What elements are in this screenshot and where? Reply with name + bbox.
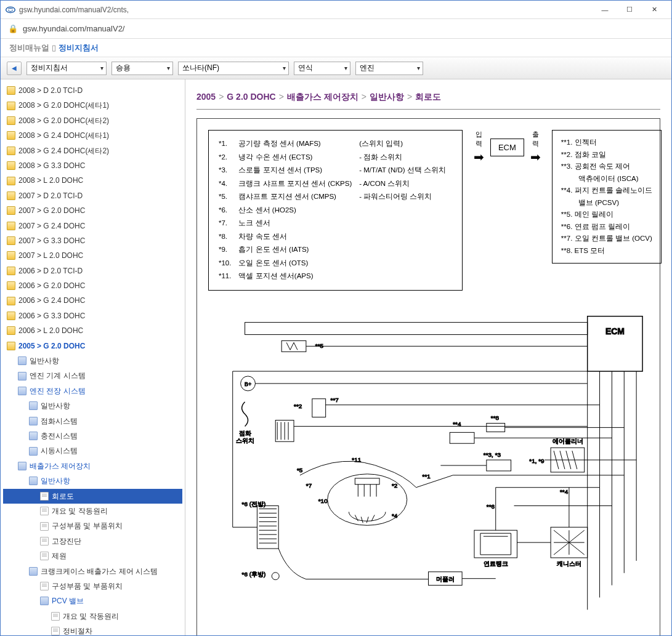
folder-icon: [7, 267, 15, 275]
tree-item[interactable]: 2008 > G 2.0 DOHC(세타2): [3, 113, 182, 128]
tree-item[interactable]: 2008 > G 2.4 DOHC(세타2): [3, 143, 182, 158]
svg-text:**8: **8: [491, 415, 500, 422]
tree-item[interactable]: 2008 > D 2.0 TCI-D: [3, 83, 182, 98]
ecm-box: ECM: [490, 139, 524, 156]
tree-item[interactable]: 2008 > G 2.4 DOHC(세타1): [3, 128, 182, 143]
folder-icon: [7, 116, 15, 125]
tree-item[interactable]: 2008 > G 3.3 DOHC: [3, 158, 182, 173]
tree-item[interactable]: 회로도: [3, 489, 182, 504]
tree-item[interactable]: 구성부품 및 부품위치: [3, 579, 182, 594]
legend-line: **2. 점화 코일: [561, 149, 652, 161]
tree-item-label: 배출가스 제어장치: [30, 460, 91, 472]
tree-item[interactable]: 일반사항: [3, 398, 182, 413]
tree-item[interactable]: 일반사항: [3, 473, 182, 488]
tree-item-label: 2008 > G 2.4 DOHC(세타2): [18, 145, 109, 157]
address-text: gsw.hyundai.com/manualV2/: [23, 24, 124, 33]
maximize-button[interactable]: ☐: [617, 1, 642, 18]
body: 2008 > D 2.0 TCI-D2008 > G 2.0 DOHC(세타1)…: [1, 79, 671, 635]
circuit-schematic: ECM **5 B+ 점화 스위치 **2: [208, 303, 649, 623]
year-select[interactable]: 연식: [294, 62, 350, 75]
tree-item[interactable]: 크랭크케이스 배출가스 제어 시스템: [3, 564, 182, 579]
tree-item[interactable]: 충전시스템: [3, 429, 182, 443]
legend-cell: [359, 204, 452, 217]
minimize-button[interactable]: —: [593, 1, 617, 18]
breadcrumb-segment[interactable]: 일반사항: [370, 92, 404, 102]
output-label: 출력: [530, 130, 541, 148]
tree-item[interactable]: 2006 > G 2.0 DOHC: [3, 278, 182, 293]
svg-text:**1: **1: [423, 473, 431, 480]
lock-icon: 🔒: [8, 24, 18, 33]
content-pane[interactable]: 2005>G 2.0 DOHC>배출가스 제어장치>일반사항>회로도 *1.공기…: [185, 79, 671, 635]
breadcrumb-segment[interactable]: 배출가스 제어장치: [287, 92, 358, 102]
model-select[interactable]: 쏘나타(NF): [178, 62, 289, 75]
tree-item[interactable]: 구성부품 및 부품위치: [3, 518, 182, 533]
breadcrumb-segment[interactable]: 회로도: [415, 92, 441, 102]
tree-item[interactable]: 2007 > G 2.0 DOHC: [3, 203, 182, 218]
legend-line: **1. 인젝터: [561, 137, 652, 149]
legend-cell: (스위치 입력): [359, 138, 452, 150]
tree-item[interactable]: 2006 > G 2.4 DOHC: [3, 293, 182, 308]
engine-select[interactable]: 엔진: [355, 62, 423, 75]
tree-item[interactable]: 2006 > G 3.3 DOHC: [3, 308, 182, 323]
tree-item[interactable]: 2006 > L 2.0 DOHC: [3, 323, 182, 338]
tree-item-label: 개요 및 작동원리: [52, 505, 108, 517]
collapse-sidebar-button[interactable]: ◀: [7, 62, 22, 75]
tree-item[interactable]: 2006 > D 2.0 TCI-D: [3, 264, 182, 278]
tree-item[interactable]: 2005 > G 2.0 DOHC: [3, 339, 182, 353]
legend-cell: 액셀 포지션 센서(APS): [238, 270, 358, 283]
book-icon: [29, 567, 38, 576]
tree-item[interactable]: 2007 > G 3.3 DOHC: [3, 233, 182, 248]
svg-text:**4: **4: [560, 488, 569, 495]
vehicle-class-select[interactable]: 승용: [111, 62, 173, 75]
diagram-frame: *1.공기량 측정 센서 (MAFS)(스위치 입력)*2.냉각 수온 센서 (…: [196, 118, 660, 635]
tree-item[interactable]: 엔진 전장 시스템: [3, 384, 182, 398]
header-gray: 정비매뉴얼: [9, 42, 49, 54]
header-blue: 정비지침서: [59, 42, 99, 54]
tree-item[interactable]: PCV 밸브: [3, 594, 182, 608]
tree-item[interactable]: 2007 > G 2.4 DOHC: [3, 219, 182, 233]
tree-item[interactable]: 개요 및 작동원리: [3, 504, 182, 518]
legend-line: 밸브 (PCSV): [561, 197, 652, 209]
tree-item[interactable]: 2008 > G 2.0 DOHC(세타1): [3, 98, 182, 113]
tree-item[interactable]: 2007 > D 2.0 TCI-D: [3, 188, 182, 203]
tree-item-label: 2008 > G 2.0 DOHC(세타2): [18, 115, 109, 127]
legend-cell: 크랭크 샤프트 포지션 센서 (CKPS): [238, 178, 358, 190]
breadcrumb-sep: >: [219, 92, 224, 102]
tree-item[interactable]: 엔진 기계 시스템: [3, 368, 182, 383]
tree-item[interactable]: 제원: [3, 549, 182, 563]
legend-cell: *2.: [219, 151, 237, 164]
header-sep: ▯: [52, 43, 56, 52]
tree-item[interactable]: 시동시스템: [3, 443, 182, 458]
legend-cell: *1.: [219, 138, 237, 150]
tree-item-label: 충전시스템: [41, 430, 78, 442]
address-bar[interactable]: 🔒 gsw.hyundai.com/manualV2/: [1, 19, 671, 39]
breadcrumb: 2005>G 2.0 DOHC>배출가스 제어장치>일반사항>회로도: [196, 88, 660, 110]
tree-item[interactable]: 개요 및 작동원리: [3, 609, 182, 624]
folder-icon: [7, 147, 15, 155]
tree-item[interactable]: 2007 > L 2.0 DOHC: [3, 248, 182, 263]
close-button[interactable]: ✕: [642, 1, 666, 18]
legend-cell: *7.: [219, 217, 237, 230]
tree-item[interactable]: 배출가스 제어장치: [3, 459, 182, 473]
svg-text:**4: **4: [453, 421, 461, 427]
book-icon: [18, 387, 26, 395]
sidebar-tree[interactable]: 2008 > D 2.0 TCI-D2008 > G 2.0 DOHC(세타1)…: [1, 79, 185, 635]
tree-item[interactable]: 2008 > L 2.0 DOHC: [3, 173, 182, 188]
folder-icon: [7, 312, 15, 320]
tree-item[interactable]: 고장진단: [3, 534, 182, 549]
svg-point-50: [272, 573, 279, 580]
tree-item-label: 2007 > G 3.3 DOHC: [18, 235, 85, 247]
legend-cell: 흡기 온도 센서 (IATS): [238, 244, 358, 256]
tree-item[interactable]: 정비절차: [3, 624, 182, 635]
folder-icon: [7, 177, 15, 185]
manual-type-select[interactable]: 정비지침서: [26, 62, 107, 75]
tree-item[interactable]: 점화시스템: [3, 414, 182, 429]
breadcrumb-segment[interactable]: 2005: [196, 92, 216, 102]
tree-item[interactable]: 일반사항: [3, 353, 182, 368]
breadcrumb-segment[interactable]: G 2.0 DOHC: [227, 92, 275, 102]
tree-item-label: 2008 > G 2.0 DOHC(세타1): [18, 99, 109, 111]
svg-rect-33: [487, 460, 511, 471]
tree-item-label: 2007 > G 2.0 DOHC: [18, 204, 85, 217]
tree-item-label: 2006 > D 2.0 TCI-D: [18, 265, 83, 277]
folder-icon: [7, 161, 15, 170]
